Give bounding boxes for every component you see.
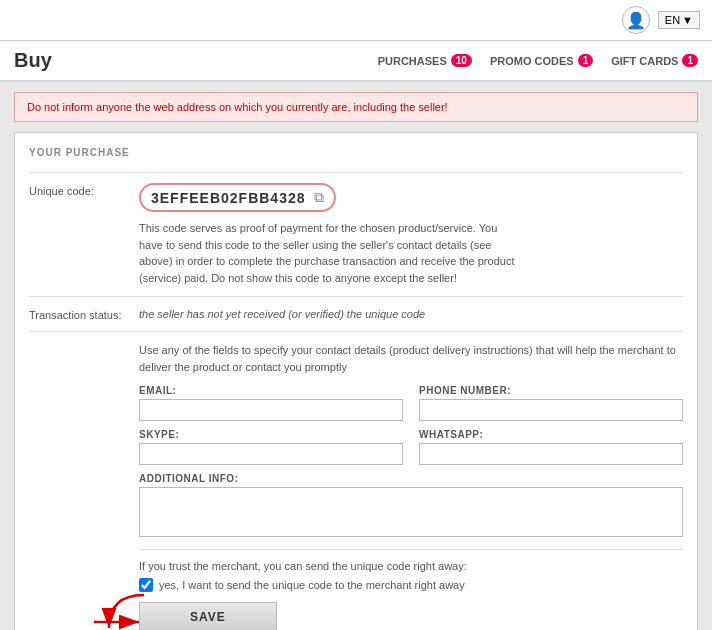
section-title: YOUR PURCHASE xyxy=(29,147,683,158)
transaction-content: the seller has not yet received (or veri… xyxy=(139,307,683,321)
additional-row: ADDITIONAL INFO: xyxy=(139,473,683,537)
arrow-to-save xyxy=(89,607,144,630)
nav-bar: Buy PURCHASES 10 PROMO CODES 1 GIFT CARD… xyxy=(0,41,712,82)
alert-text: Do not inform anyone the web address on … xyxy=(27,101,448,113)
purchases-label: PURCHASES xyxy=(378,55,447,67)
save-button-wrapper: SAVE xyxy=(139,602,277,630)
code-description: This code serves as proof of payment for… xyxy=(139,220,519,286)
send-code-label: yes, I want to send the unique code to t… xyxy=(159,579,465,591)
page-title: Buy xyxy=(14,49,52,72)
contact-row: Use any of the fields to specify your co… xyxy=(29,331,683,630)
trust-section: If you trust the merchant, you can send … xyxy=(139,549,683,630)
transaction-label: Transaction status: xyxy=(29,307,139,321)
additional-label: ADDITIONAL INFO: xyxy=(139,473,683,484)
whatsapp-field-group: WHATSAPP: xyxy=(419,429,683,465)
save-button[interactable]: SAVE xyxy=(139,602,277,630)
unique-code-row: Unique code: 3EFFEEB02FBB4328 ⧉ xyxy=(29,172,683,296)
top-bar: 👤 EN ▼ xyxy=(0,0,712,41)
skype-whatsapp-row: SKYPE: WHATSAPP: xyxy=(139,429,683,465)
unique-code-content: 3EFFEEB02FBB4328 ⧉ Этот код xyxy=(139,183,683,286)
language-button[interactable]: EN ▼ xyxy=(658,11,700,29)
contact-spacer xyxy=(29,342,139,344)
checkbox-row: yes, I want to send the unique code to t… xyxy=(139,578,683,592)
gift-cards-link[interactable]: GIFT CARDS 1 xyxy=(611,54,698,67)
promo-codes-badge: 1 xyxy=(578,54,594,67)
promo-codes-label: PROMO CODES xyxy=(490,55,574,67)
email-field-group: EMAIL: xyxy=(139,385,403,421)
unique-code-value: 3EFFEEB02FBB4328 xyxy=(151,190,306,206)
send-code-checkbox[interactable] xyxy=(139,578,153,592)
copy-icon[interactable]: ⧉ xyxy=(314,189,324,206)
skype-field-group: SKYPE: xyxy=(139,429,403,465)
trust-text: If you trust the merchant, you can send … xyxy=(139,560,683,572)
whatsapp-label: WHATSAPP: xyxy=(419,429,683,440)
user-icon[interactable]: 👤 xyxy=(622,6,650,34)
contact-content: Use any of the fields to specify your co… xyxy=(139,342,683,630)
transaction-status-row: Transaction status: the seller has not y… xyxy=(29,296,683,331)
email-phone-row: EMAIL: PHONE NUMBER: xyxy=(139,385,683,421)
whatsapp-input[interactable] xyxy=(419,443,683,465)
phone-input[interactable] xyxy=(419,399,683,421)
unique-code-box: 3EFFEEB02FBB4328 ⧉ xyxy=(139,183,336,212)
skype-label: SKYPE: xyxy=(139,429,403,440)
contact-fields: EMAIL: PHONE NUMBER: SKYPE: WHATSAPP: xyxy=(139,385,683,537)
unique-code-label: Unique code: xyxy=(29,183,139,197)
main-content: YOUR PURCHASE Unique code: 3EFFEEB02FBB4… xyxy=(14,132,698,630)
skype-input[interactable] xyxy=(139,443,403,465)
gift-cards-label: GIFT CARDS xyxy=(611,55,678,67)
phone-field-group: PHONE NUMBER: xyxy=(419,385,683,421)
email-input[interactable] xyxy=(139,399,403,421)
gift-cards-badge: 1 xyxy=(682,54,698,67)
transaction-value: the seller has not yet received (or veri… xyxy=(139,308,425,320)
phone-label: PHONE NUMBER: xyxy=(419,385,683,396)
email-label: EMAIL: xyxy=(139,385,403,396)
purchases-badge: 10 xyxy=(451,54,472,67)
alert-bar: Do not inform anyone the web address on … xyxy=(14,92,698,122)
additional-field-group: ADDITIONAL INFO: xyxy=(139,473,683,537)
additional-input[interactable] xyxy=(139,487,683,537)
delivery-info: Use any of the fields to specify your co… xyxy=(139,342,683,375)
purchases-link[interactable]: PURCHASES 10 xyxy=(378,54,472,67)
promo-codes-link[interactable]: PROMO CODES 1 xyxy=(490,54,593,67)
